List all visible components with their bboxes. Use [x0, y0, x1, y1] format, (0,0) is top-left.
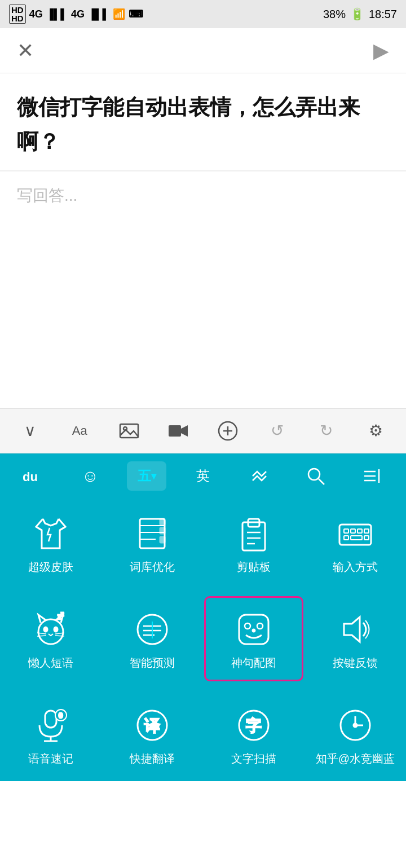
time-display: 18:57	[369, 8, 397, 21]
feature-word-lib[interactable]: 词库优化	[102, 502, 203, 584]
keyboard-icon	[335, 513, 376, 554]
svg-rect-31	[358, 529, 362, 533]
input-method-label: 输入方式	[333, 559, 378, 575]
svg-rect-30	[351, 529, 355, 533]
svg-line-9	[319, 479, 324, 484]
wifi-icon: 📶	[113, 8, 125, 20]
shirt-icon	[30, 513, 71, 554]
svg-point-8	[308, 469, 320, 480]
voice-icon: 0	[30, 705, 71, 746]
phonetic-btn[interactable]	[240, 461, 279, 491]
toolbar-font[interactable]: Aa	[63, 414, 96, 448]
svg-rect-20	[160, 519, 165, 525]
answer-placeholder[interactable]: 写回答...	[17, 183, 389, 209]
svg-point-36	[38, 619, 63, 644]
toolbar-settings[interactable]: ⚙	[359, 414, 392, 448]
ime-top-row: du ☺ 五▾ 英	[0, 453, 406, 496]
toolbar-video[interactable]	[161, 414, 195, 448]
svg-point-53	[253, 629, 255, 632]
voice-note-label: 语音速记	[28, 751, 73, 766]
feature-translate[interactable]: 译 快捷翻译	[102, 694, 203, 776]
toolbar-add[interactable]	[211, 414, 245, 448]
battery-icon: 🔋	[350, 7, 364, 21]
search-btn[interactable]	[296, 461, 336, 491]
svg-text:0: 0	[59, 711, 63, 720]
super-skin-label: 超级皮肤	[28, 559, 73, 575]
english-btn[interactable]: 英	[183, 461, 223, 491]
svg-rect-32	[364, 529, 369, 533]
svg-point-67	[354, 724, 357, 727]
toolbar-collapse[interactable]: ∨	[14, 414, 47, 448]
feature-lazy-phrase[interactable]: z z 懒人短语	[0, 595, 102, 682]
translate-label: 快捷翻译	[130, 751, 175, 766]
user-circle-icon	[335, 705, 376, 746]
toolbar-image[interactable]	[112, 414, 146, 448]
list-btn[interactable]	[352, 461, 392, 491]
keyboard-area: du ☺ 五▾ 英	[0, 453, 406, 781]
signal-4g-2: 4G	[71, 8, 85, 20]
svg-rect-35	[364, 536, 369, 540]
question-text: 微信打字能自动出表情，怎么弄出来啊？	[17, 90, 389, 159]
svg-rect-22	[160, 537, 165, 543]
wubi-btn[interactable]: 五▾	[127, 461, 166, 491]
feature-super-skin[interactable]: 超级皮肤	[0, 502, 102, 584]
feature-smart-predict[interactable]: 智能预测	[102, 595, 203, 682]
translate-icon: 译	[132, 705, 173, 746]
svg-point-38	[54, 627, 58, 632]
toolbar-redo[interactable]: ↻	[310, 414, 343, 448]
svg-rect-0	[120, 424, 138, 438]
close-button[interactable]: ✕	[17, 39, 34, 63]
clipboard-icon	[233, 513, 274, 554]
svg-rect-33	[344, 536, 348, 540]
top-bar: ✕ ▶	[0, 28, 406, 73]
svg-rect-28	[339, 525, 371, 545]
svg-marker-54	[344, 617, 360, 642]
svg-text:译: 译	[144, 717, 160, 734]
send-button[interactable]: ▶	[373, 39, 389, 63]
lazy-phrase-label: 懒人短语	[28, 655, 73, 671]
svg-text:du: du	[23, 470, 38, 484]
text-scan-label: 文字扫描	[231, 751, 276, 766]
baidu-logo-btn[interactable]: du	[14, 461, 54, 491]
watermark-label: 知乎@水竞幽蓝	[316, 751, 395, 766]
feature-key-feedback[interactable]: 按键反馈	[304, 595, 406, 682]
signal-bars-1: ▐▌▌	[46, 8, 68, 20]
feature-voice-note[interactable]: 0 语音速记	[0, 694, 102, 776]
battery-level: 38%	[323, 8, 346, 21]
question-area: 微信打字能自动出表情，怎么弄出来啊？	[0, 73, 406, 171]
feature-sentence-emoji[interactable]: 神句配图	[204, 596, 303, 681]
speaker-icon	[335, 609, 376, 650]
feature-user-circle[interactable]: 知乎@水竞幽蓝	[304, 694, 406, 776]
predict-icon	[132, 609, 173, 650]
cat-icon: z z	[30, 609, 71, 650]
hd-badge: HDHD	[9, 5, 26, 24]
answer-area[interactable]: 写回答...	[0, 171, 406, 408]
svg-line-14	[36, 527, 42, 530]
svg-line-40	[37, 636, 46, 636]
feature-clipboard[interactable]: 剪贴板	[203, 502, 304, 584]
svg-point-51	[245, 623, 250, 629]
emoji-btn[interactable]: ☺	[70, 461, 110, 491]
status-right: 38% 🔋 18:57	[323, 7, 397, 21]
feature-text-scan[interactable]: 字 文字扫描	[203, 694, 304, 776]
signal-bars-2: ▐▌▌	[88, 8, 109, 20]
keyboard-icon-status: ⌨	[129, 8, 143, 20]
svg-text:字: 字	[246, 717, 262, 734]
feature-grid-row1: 超级皮肤 词库优化	[0, 496, 406, 589]
status-left: HDHD 4G ▐▌▌ 4G ▐▌▌ 📶 ⌨	[9, 5, 143, 24]
svg-point-37	[44, 627, 47, 632]
sentence-emoji-label: 神句配图	[231, 655, 276, 671]
key-feedback-label: 按键反馈	[333, 655, 378, 671]
emoji-face-icon	[233, 609, 274, 650]
feature-input-method[interactable]: 输入方式	[304, 502, 406, 584]
toolbar-undo[interactable]: ↺	[260, 414, 294, 448]
svg-point-52	[257, 623, 263, 629]
svg-rect-2	[169, 425, 181, 437]
word-lib-label: 词库优化	[130, 559, 175, 575]
svg-line-42	[55, 636, 64, 636]
svg-rect-55	[45, 711, 56, 728]
svg-marker-3	[181, 425, 188, 437]
svg-line-15	[60, 527, 65, 530]
svg-rect-34	[351, 536, 362, 540]
feature-grid-row3: 0 语音速记 译 快捷翻译 字	[0, 688, 406, 781]
